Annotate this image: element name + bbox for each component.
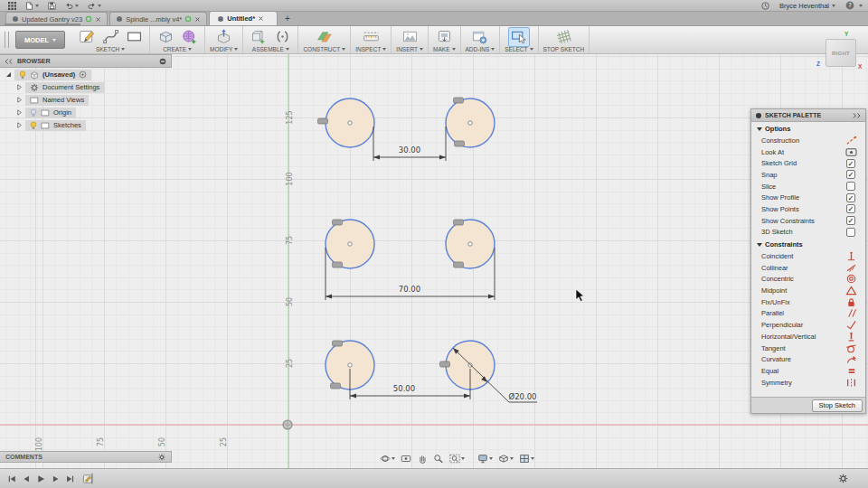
look-at-icon[interactable] — [845, 147, 857, 157]
circle-center-point[interactable] — [348, 363, 352, 367]
concentric-icon[interactable] — [845, 274, 857, 284]
toolbar-group-label[interactable]: SELECT — [505, 46, 533, 52]
timeline-sketch-feature[interactable] — [82, 473, 94, 484]
palette-row-curvature[interactable]: Curvature — [751, 353, 865, 365]
sketch-palette-header[interactable]: SKETCH PALETTE — [751, 109, 865, 122]
checkbox-unchecked[interactable] — [846, 182, 855, 191]
palette-row-look-at[interactable]: Look At — [751, 146, 865, 158]
browser-item-pill[interactable]: Origin — [25, 108, 76, 118]
palette-row-collinear[interactable]: Collinear — [751, 262, 865, 274]
horizontal-vertical-icon[interactable] — [845, 332, 857, 342]
palette-row-snap[interactable]: Snap✓ — [751, 169, 865, 181]
file-button[interactable] — [21, 2, 43, 10]
palette-row-parallel[interactable]: Parallel — [751, 308, 865, 320]
tab-scroll-indicator[interactable] — [5, 23, 80, 25]
toolbar-drag-handle-icon[interactable] — [5, 32, 9, 48]
palette-section-header-constraints[interactable]: Constraints — [751, 238, 865, 250]
step-forward-button[interactable] — [51, 474, 60, 483]
timeline-settings-gear-icon[interactable] — [838, 474, 848, 483]
zoom-button[interactable] — [431, 453, 446, 465]
checkbox-unchecked[interactable] — [846, 228, 855, 237]
checkbox-checked[interactable]: ✓ — [846, 193, 855, 202]
document-tab[interactable]: Untitled* — [209, 11, 278, 25]
toolbar-group-label[interactable]: MAKE — [433, 46, 455, 52]
press-pull-button[interactable] — [213, 27, 235, 47]
constraint-glyph[interactable] — [318, 118, 328, 124]
fix-unfix-icon[interactable] — [845, 297, 857, 307]
toolbar-group-label[interactable]: ADD-INS — [466, 46, 495, 52]
grid-settings-button[interactable] — [496, 453, 515, 465]
canvas-image-button[interactable] — [399, 27, 420, 47]
circle-center-point[interactable] — [468, 121, 472, 125]
symmetry-icon[interactable] — [845, 378, 857, 388]
constraint-glyph[interactable] — [454, 262, 464, 267]
undo-button[interactable] — [61, 2, 83, 10]
palette-row-concentric[interactable]: Concentric — [751, 274, 865, 286]
palette-row-show-constraints[interactable]: Show Constraints✓ — [751, 215, 865, 227]
redo-button[interactable] — [83, 2, 106, 10]
palette-row-fix-unfix[interactable]: Fix/UnFix — [751, 296, 865, 308]
circle-center-point[interactable] — [468, 242, 472, 246]
constraint-glyph[interactable] — [331, 383, 341, 389]
browser-item-document-settings[interactable]: Document Settings — [16, 81, 172, 93]
three-d-print-button[interactable] — [433, 27, 455, 47]
constraint-glyph[interactable] — [333, 341, 343, 346]
constraint-glyph[interactable] — [454, 98, 464, 103]
skip-end-button[interactable] — [65, 474, 74, 483]
viewports-button[interactable] — [517, 453, 536, 465]
circle-center-point[interactable] — [348, 242, 352, 246]
browser-item-pill[interactable]: Sketches — [25, 120, 86, 131]
circle-center-point[interactable] — [348, 121, 352, 125]
toolbar-group-label[interactable]: STOP SKETCH — [543, 46, 585, 52]
toolbar-group-label[interactable]: ASSEMBLE — [252, 46, 289, 52]
skip-start-button[interactable] — [7, 474, 16, 483]
perpendicular-icon[interactable] — [845, 320, 857, 330]
browser-item-origin[interactable]: Origin — [16, 107, 172, 118]
collapse-panel-icon[interactable] — [5, 59, 13, 64]
coincident-icon[interactable] — [845, 251, 857, 261]
palette-section-header-options[interactable]: Options — [751, 122, 865, 135]
collinear-icon[interactable] — [845, 263, 857, 273]
comments-settings-icon[interactable] — [158, 454, 165, 461]
scripts-button[interactable] — [469, 27, 491, 47]
close-tab-icon[interactable] — [194, 16, 201, 23]
orbit-button[interactable] — [378, 453, 397, 465]
sketch-origin[interactable] — [283, 420, 292, 429]
browser-item-pill[interactable]: Document Settings — [25, 82, 104, 93]
palette-row-equal[interactable]: Equal — [751, 365, 865, 377]
checkbox-checked[interactable]: ✓ — [846, 216, 855, 225]
constraint-glyph[interactable] — [440, 361, 450, 367]
box-button[interactable] — [155, 27, 176, 47]
equal-icon[interactable] — [845, 366, 857, 376]
browser-item-named-views[interactable]: Named Views — [16, 94, 172, 106]
palette-row-slice[interactable]: Slice — [751, 181, 865, 192]
help-menu[interactable]: ? — [841, 0, 859, 11]
close-tab-icon[interactable] — [258, 15, 264, 22]
canvas-viewport[interactable]: 30.0070.0050.00Ø20.001251007550251007550… — [0, 54, 868, 468]
dimension-30.00[interactable]: 30.00 — [373, 127, 446, 161]
constraint-glyph[interactable] — [333, 262, 343, 267]
browser-header[interactable]: BROWSER — [0, 54, 172, 68]
tangent-icon[interactable] — [845, 343, 857, 353]
plane-button[interactable] — [314, 27, 335, 47]
checkbox-checked[interactable]: ✓ — [846, 159, 855, 168]
sketch-button[interactable] — [76, 27, 98, 47]
palette-row-construction[interactable]: Construction — [751, 135, 865, 146]
save-button[interactable] — [43, 2, 61, 10]
parallel-icon[interactable] — [845, 308, 857, 318]
checkbox-checked[interactable]: ✓ — [846, 170, 855, 179]
workspace-switcher[interactable]: MODEL — [15, 31, 65, 49]
constraint-glyph[interactable] — [333, 220, 343, 225]
palette-row-midpoint[interactable]: Midpoint — [751, 285, 865, 296]
look-at-nav-button[interactable] — [399, 453, 413, 465]
toolbar-group-label[interactable]: INSPECT — [355, 46, 386, 52]
toolbar-group-label[interactable]: CONSTRUCT — [303, 46, 345, 52]
constraint-glyph[interactable] — [454, 220, 464, 225]
step-back-button[interactable] — [22, 474, 31, 483]
construction-icon[interactable] — [845, 136, 857, 145]
toolbar-group-label[interactable]: MODIFY — [210, 46, 238, 52]
palette-row-show-points[interactable]: Show Points✓ — [751, 203, 865, 215]
browser-root-item[interactable]: (Unsaved) — [5, 69, 172, 80]
new-document-tab-button[interactable]: + — [279, 14, 296, 25]
select-button[interactable] — [508, 27, 530, 47]
